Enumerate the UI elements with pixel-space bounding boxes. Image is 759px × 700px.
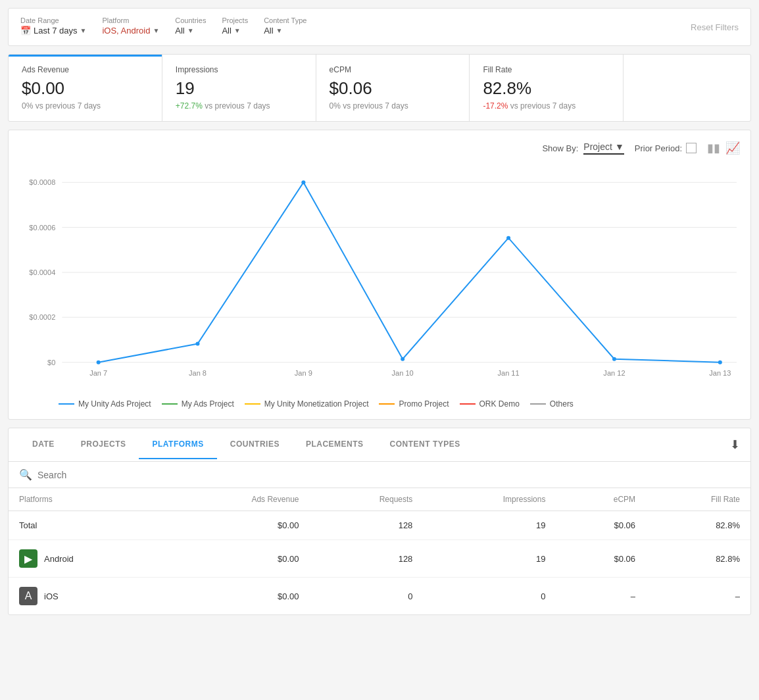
legend-color [245, 403, 260, 405]
metric-compare: +72.7% vs previous 7 days [176, 101, 303, 111]
prior-period-checkbox[interactable] [686, 143, 697, 153]
countries-select[interactable]: All ▼ [175, 26, 206, 38]
android-ecpm[interactable]: $0.06 [556, 540, 646, 578]
metric-value: 19 [176, 78, 303, 99]
svg-point-18 [195, 342, 199, 346]
metric-name: eCPM [330, 65, 456, 74]
tab-countries[interactable]: COUNTRIES [217, 430, 293, 459]
metric-compare: 0% vs previous 7 days [330, 101, 456, 111]
legend-item-others: Others [530, 399, 574, 409]
metric-name: Ads Revenue [22, 65, 149, 74]
content-type-filter: Content Type All ▼ [264, 16, 306, 38]
android-requests: 128 [309, 540, 423, 578]
android-label: Android [44, 554, 74, 564]
countries-label: Countries [175, 16, 206, 24]
projects-label: Projects [222, 16, 248, 24]
chevron-down-icon: ▼ [276, 27, 283, 34]
chart-container: $0.0008 $0.0006 $0.0004 $0.0002 $0 Jan 7… [19, 166, 740, 391]
filter-bar: Date Range 📅 Last 7 days ▼ Platform iOS,… [8, 8, 751, 46]
table-row-total: Total $0.00 128 19 $0.06 82.8% [9, 511, 750, 540]
legend-item-ads: My Ads Project [162, 399, 234, 409]
date-range-select[interactable]: 📅 Last 7 days ▼ [20, 26, 86, 38]
svg-text:$0.0006: $0.0006 [29, 224, 55, 232]
metric-name: Impressions [176, 65, 303, 74]
legend-color [59, 403, 74, 405]
ios-label: iOS [44, 591, 59, 601]
legend-item-ork: ORK Demo [460, 399, 520, 409]
svg-point-19 [301, 180, 305, 184]
platform-select[interactable]: iOS, Android ▼ [102, 26, 159, 38]
search-input[interactable] [37, 470, 740, 480]
chart-legend: My Unity Ads Project My Ads Project My U… [19, 399, 740, 409]
metric-card-ecpm[interactable]: eCPM $0.06 0% vs previous 7 days [316, 55, 470, 121]
chevron-down-icon: ▼ [153, 27, 159, 34]
ios-impressions: 0 [423, 578, 556, 615]
ios-icon: A [19, 587, 37, 605]
date-range-label: Date Range [20, 16, 86, 24]
svg-text:$0.0004: $0.0004 [29, 268, 55, 276]
metric-compare: 0% vs previous 7 days [22, 101, 149, 111]
tab-platforms[interactable]: PLATFORMS [139, 430, 216, 459]
col-ecpm: eCPM [556, 488, 646, 511]
svg-point-20 [401, 357, 404, 361]
total-ads-revenue: $0.00 [166, 511, 309, 540]
tab-projects[interactable]: PROJECTS [68, 430, 139, 459]
legend-color [460, 403, 476, 405]
table-row-ios: A iOS $0.00 0 0 – – [9, 578, 750, 615]
col-platform: Platforms [9, 488, 166, 511]
chart-controls: Show By: Project ▼ Prior Period: ▮▮ 📈 [19, 141, 740, 155]
ios-platform-cell: A iOS [9, 578, 166, 615]
prior-period-label: Prior Period: [635, 143, 682, 153]
legend-label: ORK Demo [479, 399, 520, 409]
content-type-label: Content Type [264, 16, 306, 24]
svg-text:$0: $0 [47, 359, 55, 366]
tab-content-types[interactable]: CONTENT TYPES [377, 430, 474, 459]
svg-point-17 [97, 361, 101, 364]
content-type-select[interactable]: All ▼ [264, 26, 306, 38]
svg-point-21 [506, 236, 510, 240]
ios-requests: 0 [309, 578, 423, 615]
chart-type-icons: ▮▮ 📈 [707, 141, 740, 155]
total-impressions: 19 [423, 511, 556, 540]
svg-point-22 [612, 357, 616, 361]
legend-label: Promo Project [399, 399, 449, 409]
tab-date[interactable]: DATE [19, 430, 68, 459]
legend-label: My Unity Ads Project [78, 399, 151, 409]
android-icon: ▶ [19, 549, 37, 568]
search-icon: 🔍 [19, 468, 32, 481]
platform-value: iOS, Android [102, 26, 150, 36]
metric-card-fill-rate[interactable]: Fill Rate 82.8% -17.2% vs previous 7 day… [470, 55, 624, 121]
reset-filters-button[interactable]: Reset Filters [691, 22, 739, 32]
line-chart-icon[interactable]: 📈 [725, 141, 740, 155]
bar-chart-icon[interactable]: ▮▮ [707, 141, 720, 155]
svg-text:Jan 11: Jan 11 [497, 369, 519, 377]
metric-value: $0.06 [330, 78, 456, 99]
show-by-select[interactable]: Project ▼ [583, 141, 624, 155]
table-header-row: Platforms Ads Revenue Requests Impressio… [9, 488, 750, 511]
total-ecpm: $0.06 [556, 511, 646, 540]
show-by-value: Project [583, 141, 612, 152]
projects-value: All [222, 26, 231, 36]
col-fill-rate: Fill Rate [646, 488, 750, 511]
metric-card-ads-revenue[interactable]: Ads Revenue $0.00 0% vs previous 7 days [9, 55, 162, 121]
legend-label: My Ads Project [182, 399, 234, 409]
svg-text:$0.0008: $0.0008 [29, 178, 55, 186]
legend-color [162, 403, 178, 405]
legend-label: Others [550, 399, 574, 409]
tab-placements[interactable]: PLACEMENTS [293, 430, 377, 459]
metric-card-empty [624, 55, 750, 121]
metric-card-impressions[interactable]: Impressions 19 +72.7% vs previous 7 days [162, 55, 316, 121]
projects-select[interactable]: All ▼ [222, 26, 248, 38]
date-range-filter: Date Range 📅 Last 7 days ▼ [20, 16, 86, 38]
show-by-label: Show By: [542, 143, 578, 153]
metric-value: $0.00 [22, 78, 149, 99]
countries-value: All [175, 26, 184, 36]
svg-text:Jan 7: Jan 7 [89, 369, 107, 377]
chevron-down-icon: ▼ [615, 141, 624, 152]
svg-point-23 [718, 361, 722, 364]
chart-section: Show By: Project ▼ Prior Period: ▮▮ 📈 $0… [8, 130, 751, 420]
download-icon[interactable]: ⬇ [730, 428, 740, 461]
legend-item-monetization: My Unity Monetization Project [245, 399, 369, 409]
chevron-down-icon: ▼ [80, 27, 87, 34]
chevron-down-icon: ▼ [234, 27, 241, 34]
